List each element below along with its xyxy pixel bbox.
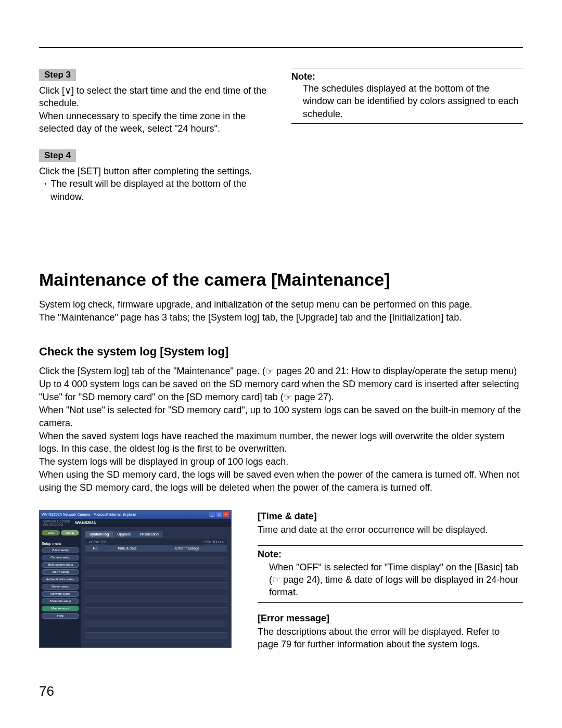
table-row: [85, 614, 227, 620]
time-date-text: Time and date at the error occurrence wi…: [258, 523, 523, 536]
tab-upgrade[interactable]: Upgrade: [113, 531, 135, 538]
th-no: No.: [85, 546, 106, 550]
table-row: [85, 564, 227, 570]
table-row: [85, 589, 227, 595]
page-number: 76: [39, 683, 54, 699]
subsection-title: Check the system log [System log]: [39, 345, 523, 359]
step3-line1: Click [∨] to select the start time and t…: [39, 84, 271, 110]
live-button[interactable]: Live: [42, 530, 60, 535]
model-label-bold: WV-NS202A: [75, 521, 96, 525]
table-row: [85, 583, 227, 589]
note-rule-top: [291, 69, 523, 69]
setup-button[interactable]: Setup: [61, 530, 79, 535]
note2-rule-bottom: [258, 602, 523, 603]
tabs: System log Upgrade Initialization: [85, 531, 227, 538]
step4-label: Step 4: [39, 149, 76, 162]
error-message-title: [Error message]: [258, 612, 523, 624]
th-time-date: Time & date: [106, 546, 148, 550]
sidebar-item-auth[interactable]: Authentication setup: [42, 577, 79, 582]
table-row: [85, 608, 227, 614]
app-header: Network CameraWV-NS202A WV-NS202A: [40, 519, 231, 527]
window-controls: _ □ ×: [209, 512, 229, 517]
sidebar-item-schedule[interactable]: Schedule setup: [42, 598, 79, 604]
right-column-note: Note: The schedules displayed at the bot…: [291, 69, 523, 218]
screenshot-wrapper: WV-NS202A Network Camera - Microsoft Int…: [39, 510, 237, 651]
sidebar-item-multiscreen[interactable]: Multi-screen setup: [42, 562, 79, 568]
live-setup-toggle: Live Setup: [42, 530, 79, 535]
right-info-column: [Time & date] Time and date at the error…: [258, 510, 523, 651]
step3-label: Step 3: [39, 69, 76, 81]
step3-text: Click [∨] to select the start time and t…: [39, 84, 271, 135]
sidebar-item-server[interactable]: Server setup: [42, 584, 79, 590]
section-intro: System log check, firmware upgrade, and …: [39, 298, 523, 324]
embedded-screenshot: WV-NS202A Network Camera - Microsoft Int…: [39, 510, 232, 648]
model-label-small: Network CameraWV-NS202A: [43, 519, 70, 527]
sidebar-item-help[interactable]: Help: [42, 613, 79, 619]
th-error-message: Error message: [148, 546, 227, 550]
error-message-text: The descriptions about the error will be…: [258, 625, 523, 651]
prev-100-link[interactable]: << Pre 100: [88, 540, 107, 544]
table-row: [85, 620, 227, 627]
maximize-icon[interactable]: □: [216, 512, 222, 517]
table-row: [85, 627, 227, 633]
table-row: [85, 633, 227, 639]
note2-rule-top: [258, 545, 523, 546]
step3-line2: When unnecessary to specify the time zon…: [39, 110, 271, 135]
table-rows: [85, 552, 227, 639]
tab-system-log[interactable]: System log: [85, 531, 113, 538]
note-rule-bottom: [291, 123, 523, 124]
note-body: The schedules displayed at the bottom of…: [291, 82, 523, 120]
sidebar-item-maintenance[interactable]: Maintenance: [42, 606, 79, 611]
sidebar-item-alarm[interactable]: Alarm setup: [42, 569, 79, 575]
table-row: [85, 558, 227, 564]
setup-menu-label: Setup menu: [42, 542, 79, 545]
window-title: WV-NS202A Network Camera - Microsoft Int…: [42, 513, 136, 516]
note2-title: Note:: [258, 548, 523, 560]
app-body: Live Setup Setup menu Basic setup Camera…: [40, 527, 231, 647]
page-title: Maintenance of the camera [Maintenance]: [39, 270, 523, 290]
sidebar-item-network[interactable]: Network setup: [42, 591, 79, 597]
table-header: No. Time & date Error message: [85, 545, 227, 552]
table-row: [85, 552, 227, 558]
top-columns: Step 3 Click [∨] to select the start tim…: [39, 69, 523, 218]
table-row: [85, 602, 227, 608]
tab-initialization[interactable]: Initialization: [135, 531, 163, 538]
time-date-title: [Time & date]: [258, 510, 523, 522]
syslog-intro: Click the [System log] tab of the "Maint…: [39, 365, 523, 494]
sidebar-item-basic[interactable]: Basic setup: [42, 547, 79, 553]
step4-line1: Click the [SET] button after completing …: [39, 165, 271, 177]
table-row: [85, 570, 227, 577]
close-icon[interactable]: ×: [223, 512, 229, 517]
bottom-row: WV-NS202A Network Camera - Microsoft Int…: [39, 510, 523, 651]
top-horizontal-rule: [39, 47, 523, 48]
minimize-icon[interactable]: _: [209, 512, 215, 517]
note-title: Note:: [291, 71, 523, 82]
table-row: [85, 577, 227, 583]
table-row: [85, 595, 227, 602]
sidebar: Live Setup Setup menu Basic setup Camera…: [40, 527, 81, 647]
post-100-link[interactable]: Post 100 >>: [204, 540, 224, 544]
pager: << Pre 100 Post 100 >>: [85, 539, 227, 545]
window-titlebar: WV-NS202A Network Camera - Microsoft Int…: [40, 510, 231, 519]
sidebar-item-camera[interactable]: Camera setup: [42, 555, 79, 560]
step4-text: Click the [SET] button after completing …: [39, 165, 271, 203]
left-column: Step 3 Click [∨] to select the start tim…: [39, 69, 271, 218]
main-panel: System log Upgrade Initialization << Pre…: [81, 527, 231, 647]
step4-line2: → The result will be displayed at the bo…: [39, 177, 271, 203]
note2-body: When "OFF" is selected for "Time display…: [258, 561, 523, 599]
